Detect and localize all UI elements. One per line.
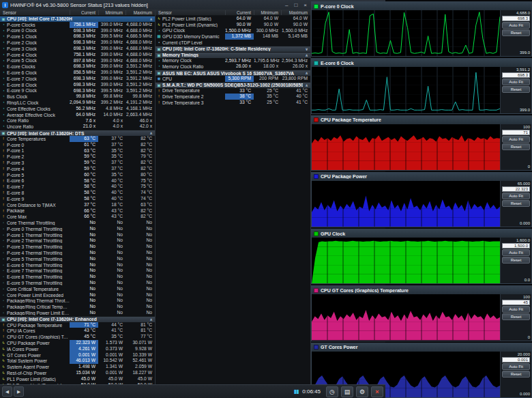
pause-logging-icon[interactable]: ▮▮ [292,388,299,395]
column-current[interactable]: Current [70,10,98,15]
auto-fit-button[interactable]: Auto Fit [502,249,530,256]
section-header[interactable]: ▣CPU [#0]: Intel Core i7-13620H: DTS∧ [0,130,155,136]
sensor-row[interactable]: ϟIA Cores Power4.261 W0.373 W9.928 W [0,346,155,352]
sensor-row[interactable]: ▪Current cTDP Level [156,40,310,46]
sensor-row[interactable]: ◦Package/Ring Critical TemperatureNoNoNo [0,304,155,310]
scale-value-input[interactable]: 698.3 [502,16,530,21]
sensor-row[interactable]: ◔Bus Clock99.8 MHz99.8 MHz99.8 MHz [0,94,155,100]
sensor-row[interactable]: !P-core 560 °C35 °C80 °C [0,172,155,178]
maximize-button[interactable]: □ [294,2,297,8]
graph-titlebar[interactable]: CPU GT Cores (Graphics) Temperature [312,286,531,294]
scale-value-input[interactable]: 45 [502,300,530,305]
reset-button[interactable]: Reset [502,371,530,378]
sensor-row[interactable]: !Drive Temperature 333 °C25 °C41 °C [156,100,310,106]
sensor-row[interactable]: ◔E-core 6 Clock858.5 MHz399.0 MHz3,591.2… [0,70,155,76]
graph-titlebar[interactable]: GT Cores Power [312,343,531,352]
clock-button[interactable]: ◷ [326,386,338,397]
scale-value-input[interactable]: 698.3 [502,72,530,78]
sensor-row[interactable]: ◔Uncore Ratio21.0 x4.0 x42.0 x [0,124,155,130]
sensor-row[interactable]: !P-core 061 °C37 °C82 °C [0,142,155,148]
auto-fit-button[interactable]: Auto Fit [502,136,530,143]
sensor-row[interactable]: !E-core 858 °C40 °C74 °C [0,190,155,196]
reset-button[interactable]: Reset [502,257,530,264]
sensor-row[interactable]: ◦P-core 0 Thermal ThrottlingNoNoNo [0,226,155,232]
sensor-row[interactable]: ϟCPU Package Power22.323 W1.573 W30.071 … [0,340,155,346]
sensor-row[interactable]: ◔P-core 2 Clock698.3 MHz399.0 MHz4,688.0… [0,40,155,46]
column-minimum[interactable]: Minimum [98,10,125,15]
auto-fit-button[interactable]: Auto Fit [502,363,530,370]
settings-gear-button[interactable]: ⚙ [356,386,368,397]
section-header[interactable]: ▣Memory Timings∧ [156,52,310,58]
sensor-row[interactable]: ϟTotal System Power46.013 W10.542 W52.46… [0,358,155,364]
sensor-row[interactable]: ◦E-core 6 Thermal ThrottlingNoNoNo [0,262,155,268]
graph-titlebar[interactable]: P-core 0 Clock [312,2,531,10]
graph-titlebar[interactable]: CPU Package Temperature [312,116,531,124]
sensor-row[interactable]: ◦P-core 5 Thermal ThrottlingNoNoNo [0,256,155,262]
sensor-row[interactable]: ◔E-core 7 Clock698.3 MHz399.0 MHz3,591.2… [0,76,155,82]
sensor-row[interactable]: ◔Memory Clock Ratio26.00 x18.00 x26.00 x [156,63,310,70]
sensor-row[interactable]: ◦E-core 9 Thermal ThrottlingNoNoNo [0,280,155,286]
sensor-row[interactable]: ◔P-core Clocks758.1 MHz399.0 MHz4,688.0 … [0,22,155,28]
sensor-row[interactable]: ◔P-core 4 Clock758.1 MHz399.0 MHz4,688.0… [0,52,155,58]
sensor-row[interactable]: ◦E-core 8 Thermal ThrottlingNoNoNo [0,274,155,280]
sensor-row[interactable]: ◦Core Power Limit ExceededNoNoNo [0,292,155,298]
reset-button[interactable]: Reset [502,86,530,93]
scroll-left-button[interactable]: ◀ [2,386,12,397]
auto-fit-button[interactable]: Auto Fit [502,22,530,29]
graph-titlebar[interactable]: GPU Clock [312,229,531,238]
scroll-right-button[interactable]: ▶ [14,386,24,397]
sensor-row[interactable]: !CPU IA Cores43 °C41 °C81 °C [0,328,155,334]
sensor-row[interactable]: ◦Core Critical TemperatureNoNoNo [0,286,155,292]
sensor-row[interactable]: ◔E-core Clocks698.3 MHz399.0 MHz3,591.2 … [0,63,155,70]
sensor-row[interactable]: !E-core 958 °C40 °C74 °C [0,196,155,202]
column-sensor[interactable]: Sensor [156,10,225,15]
reset-button[interactable]: Reset [502,313,530,320]
sensor-row[interactable]: ◔Ring/LLC Clock2,094.9 MHz399.2 MHz4,191… [0,100,155,106]
close-sensors-button[interactable]: × [371,386,383,397]
scale-value-input[interactable]: 71 [502,130,530,135]
sensor-row[interactable]: !Core Distance to TjMAX37 °C18 °C63 °C [0,202,155,208]
sensor-row[interactable]: !CPU GT Cores (Graphics) Temper...45 °C3… [0,334,155,340]
section-header[interactable]: ▣CPU [#0]: Intel Core i7-13620H: Enhance… [0,316,155,322]
sensor-row[interactable]: ◔Average Effective Clock64.0 MHz14.0 MHz… [0,112,155,118]
sensor-row[interactable]: ◔P-core 5 Clock897.8 MHz399.0 MHz4,688.0… [0,58,155,64]
sensor-row[interactable]: !P-core 359 °C37 °C82 °C [0,160,155,166]
auto-fit-button[interactable]: Auto Fit [502,306,530,313]
sensor-row[interactable]: ϟPL1 Power Limit (Static)45.0 W45.0 W45.… [0,376,155,382]
sensor-row[interactable]: !P-core 459 °C37 °C82 °C [0,166,155,172]
sensor-row[interactable]: ◔Memory Clock2,593.7 MHz1,795.6 MHz2,594… [156,58,310,64]
sensor-row[interactable]: !E-core 658 °C40 °C75 °C [0,178,155,184]
sensor-row[interactable]: ◔E-core 8 Clock698.3 MHz399.0 MHz3,591.2… [0,82,155,88]
sensor-row[interactable]: ◔GPU Clock1,500.0 MHz300.0 MHz1,500.0 MH… [156,28,310,34]
section-header[interactable]: ▣CPU [#0]: Intel Core i7-13620H∧ [0,16,155,22]
sensor-row[interactable]: !Core Max66 °C43 °C82 °C [0,214,155,220]
scale-value-input[interactable]: 0.001 [502,357,530,363]
sensor-row[interactable]: ◦Package/Ring Power Limit ExceededNoNoNo [0,310,155,316]
sensor-row[interactable]: ϟPL2 Power Limit (Dynamic)90.0 W90.0 W90… [156,22,310,28]
sensor-row[interactable]: ϟGT Cores Power0.001 W0.001 W10.339 W [0,352,155,358]
column-sensor[interactable]: Sensor [0,10,70,15]
close-button[interactable]: × [304,2,307,8]
sensor-row[interactable]: !Core Temperatures63 °C37 °C82 °C [0,136,155,142]
sensor-row[interactable]: ◦P-core 2 Thermal ThrottlingNoNoNo [0,238,155,244]
sensor-row[interactable]: ◔Core Ratio7.6 x4.0 x46.0 x [0,118,155,124]
sensor-row[interactable]: !CPU Package Temperature71 °C44 °C81 °C [0,322,155,328]
sensor-row[interactable]: ◔P-core 3 Clock698.3 MHz399.0 MHz4,688.0… [0,46,155,52]
sensor-row[interactable]: ◔E-core 9 Clock698.3 MHz399.5 MHz3,591.2… [0,88,155,94]
sensor-row[interactable]: ◦P-core 3 Thermal ThrottlingNoNoNo [0,244,155,250]
scale-value-input[interactable]: 22.323 [502,186,530,192]
sensor-row[interactable]: ◉CPU5,300 RPM200 RPM23,800 RPM [156,76,310,82]
graph-titlebar[interactable]: CPU Package Power [312,173,531,181]
column-current[interactable]: Current [225,10,254,15]
sensor-row[interactable]: ϟRest-of-Chip Power15.034 W0.001 W18.227… [0,370,155,376]
sensor-row[interactable]: ϟPL2 Power Limit (Static)64.0 W64.0 W64.… [156,16,310,22]
column-minimum[interactable]: Minimum [254,10,281,15]
section-header[interactable]: ▣CPU [#0]: Intel Core i7-13620H: C-State… [156,46,310,52]
sensor-row[interactable]: ◦E-core 7 Thermal ThrottlingNoNoNo [0,268,155,274]
report-button[interactable]: ▤ [341,386,353,397]
reset-button[interactable]: Reset [502,143,530,150]
sensor-row[interactable]: ◔Core Effective Clocks56.2 MHz4.8 MHz4,1… [0,106,155,112]
sensor-row[interactable]: ◦Package/Ring Thermal ThrottlingNoNoNo [0,298,155,304]
sensor-row[interactable]: ◦P-core 4 Thermal ThrottlingNoNoNo [0,250,155,256]
sensor-row[interactable]: !P-core 163 °C35 °C82 °C [0,148,155,154]
